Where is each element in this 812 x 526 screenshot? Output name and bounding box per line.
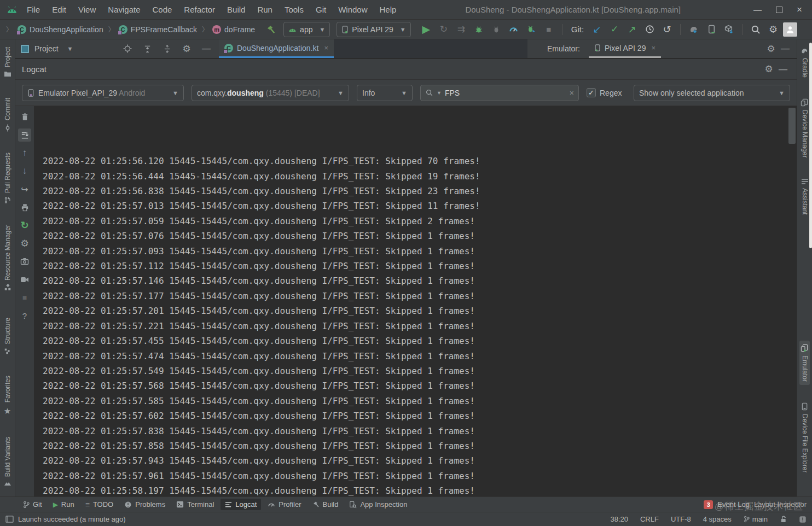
log-line[interactable]: 2022-08-22 01:25:57.858 15445-15445/com.… bbox=[43, 439, 797, 453]
logcat-settings-gear-icon[interactable]: ⚙ bbox=[18, 237, 31, 250]
editor-tab-dousheng-application[interactable]: C DouShengApplication.kt × bbox=[219, 39, 334, 58]
minimize-icon[interactable]: — bbox=[753, 5, 762, 14]
close-icon[interactable]: × bbox=[797, 4, 802, 15]
log-line[interactable]: 2022-08-22 01:25:57.961 15445-15445/com.… bbox=[43, 469, 797, 483]
restart-logcat-icon[interactable]: ↻ bbox=[18, 219, 31, 232]
logcat-app-filter-selector[interactable]: Show only selected application ▼ bbox=[634, 85, 790, 101]
breadcrumb-item[interactable]: m doFrame 〉 bbox=[211, 25, 256, 34]
settings-gear-icon[interactable]: ⚙ bbox=[765, 22, 781, 37]
sidebar-item-assistant[interactable]: Assistant bbox=[800, 175, 810, 218]
prev-occurrence-icon[interactable]: ↑ bbox=[18, 147, 31, 160]
menu-item[interactable]: Edit bbox=[46, 5, 72, 14]
log-line[interactable]: 2022-08-22 01:25:57.177 15445-15445/com.… bbox=[43, 289, 797, 303]
sidebar-item-gradle[interactable]: Gradle bbox=[799, 44, 810, 81]
print-icon[interactable] bbox=[18, 201, 31, 214]
logcat-search-input[interactable]: ▼ FPS × bbox=[420, 85, 579, 101]
profile-restart-button[interactable] bbox=[524, 22, 539, 37]
screen-record-icon[interactable] bbox=[18, 273, 31, 286]
gear-icon[interactable]: ⚙ bbox=[764, 42, 778, 56]
log-line[interactable]: 2022-08-22 01:25:57.585 15445-15445/com.… bbox=[43, 394, 797, 408]
sidebar-item-emulator[interactable]: Emulator bbox=[799, 341, 810, 385]
menu-item[interactable]: Refactor bbox=[178, 5, 221, 14]
help-icon[interactable]: ? bbox=[18, 309, 31, 322]
recent-changes-icon[interactable] bbox=[642, 22, 657, 37]
toolwindow-terminal[interactable]: Terminal bbox=[172, 499, 218, 510]
sidebar-item-project[interactable]: Project bbox=[3, 44, 13, 80]
menu-item[interactable]: View bbox=[72, 5, 102, 14]
sidebar-item-pull-requests[interactable]: Pull Requests bbox=[3, 149, 13, 207]
logcat-log-list[interactable]: 2022-08-22 01:25:56.120 15445-15445/com.… bbox=[34, 106, 797, 496]
search-everywhere-button[interactable] bbox=[748, 22, 763, 37]
log-line[interactable]: 2022-08-22 01:25:56.444 15445-15445/com.… bbox=[43, 169, 797, 184]
toolwindow-logcat[interactable]: Logcat bbox=[221, 499, 261, 510]
logcat-level-selector[interactable]: Info ▼ bbox=[357, 85, 413, 101]
lock-icon[interactable] bbox=[780, 515, 787, 523]
toolwindow-layout-inspector[interactable]: Layout Inspector bbox=[754, 500, 807, 509]
gear-icon[interactable]: ⚙ bbox=[762, 62, 776, 77]
device-selector[interactable]: Pixel API 29 ▼ bbox=[337, 22, 410, 37]
sidebar-item-device-file-explorer[interactable]: Device File Explorer bbox=[800, 399, 810, 476]
toolwindow-toggle-icon[interactable] bbox=[5, 516, 14, 523]
clear-logcat-icon[interactable] bbox=[18, 110, 31, 124]
hide-panel-icon[interactable]: — bbox=[778, 42, 792, 56]
toolwindow-app-inspection[interactable]: App Inspection bbox=[345, 499, 411, 510]
menu-item[interactable]: Navigate bbox=[102, 5, 146, 14]
log-line[interactable]: 2022-08-22 01:25:57.093 15445-15445/com.… bbox=[43, 244, 797, 259]
sidebar-item-device-manager[interactable]: Device Manager bbox=[799, 95, 810, 161]
toolwindow-build[interactable]: Build bbox=[308, 499, 343, 510]
log-line[interactable]: 2022-08-22 01:25:57.474 15445-15445/com.… bbox=[43, 349, 797, 364]
log-line[interactable]: 2022-08-22 01:25:57.838 15445-15445/com.… bbox=[43, 424, 797, 439]
caret-position[interactable]: 38:20 bbox=[610, 515, 628, 523]
log-line[interactable]: 2022-08-22 01:25:57.943 15445-15445/com.… bbox=[43, 453, 797, 468]
sidebar-item-structure[interactable]: Structure bbox=[3, 314, 13, 359]
notifications-icon[interactable] bbox=[799, 516, 807, 523]
build-hammer-icon[interactable] bbox=[266, 25, 276, 34]
hide-panel-icon[interactable]: — bbox=[199, 42, 213, 56]
close-icon[interactable]: × bbox=[324, 44, 328, 52]
menu-item[interactable]: Git bbox=[310, 5, 332, 14]
toolwindow-run[interactable]: ▶ Run bbox=[49, 499, 79, 510]
log-line[interactable]: 2022-08-22 01:25:57.146 15445-15445/com.… bbox=[43, 273, 797, 288]
next-occurrence-icon[interactable]: ↓ bbox=[18, 165, 31, 178]
project-panel-title[interactable]: Project bbox=[34, 44, 59, 53]
gradle-sync-button[interactable] bbox=[686, 22, 701, 37]
log-line[interactable]: 2022-08-22 01:25:58.197 15445-15445/com.… bbox=[43, 483, 797, 496]
maximize-icon[interactable] bbox=[776, 7, 782, 13]
log-line[interactable]: 2022-08-22 01:25:57.013 15445-15445/com.… bbox=[43, 198, 797, 213]
log-line[interactable]: 2022-08-22 01:25:57.201 15445-15445/com.… bbox=[43, 303, 797, 318]
locate-file-icon[interactable] bbox=[120, 42, 135, 56]
hide-panel-icon[interactable]: — bbox=[776, 62, 790, 77]
menu-item[interactable]: Code bbox=[146, 5, 178, 14]
profile-avatar[interactable] bbox=[783, 22, 797, 37]
collapse-all-icon[interactable] bbox=[160, 42, 174, 56]
menu-item[interactable]: Run bbox=[251, 5, 279, 14]
screenshot-camera-icon[interactable] bbox=[18, 255, 31, 268]
logcat-process-selector[interactable]: com.qxy.dousheng (15445) [DEAD] ▼ bbox=[192, 85, 349, 101]
sidebar-item-resource-manager[interactable]: Resource Manager bbox=[3, 221, 13, 295]
menu-item[interactable]: Window bbox=[332, 5, 373, 14]
toolwindow-problems[interactable]: Problems bbox=[120, 499, 170, 510]
log-line[interactable]: 2022-08-22 01:25:57.455 15445-15445/com.… bbox=[43, 334, 797, 348]
sidebar-item-favorites[interactable]: Favorites ★ bbox=[3, 372, 13, 419]
menu-item[interactable]: File bbox=[21, 5, 46, 14]
line-ending-indicator[interactable]: CRLF bbox=[640, 515, 659, 523]
debug-button[interactable] bbox=[471, 22, 486, 37]
log-line[interactable]: 2022-08-22 01:25:56.838 15445-15445/com.… bbox=[43, 184, 797, 198]
scrollbar-thumb[interactable] bbox=[788, 108, 796, 144]
scroll-to-end-icon[interactable] bbox=[18, 128, 31, 142]
toolwindow-git[interactable]: Git bbox=[19, 499, 47, 510]
close-icon[interactable]: × bbox=[651, 44, 656, 52]
toolwindow-todo[interactable]: ≡ TODO bbox=[81, 499, 118, 511]
log-line[interactable]: 2022-08-22 01:25:57.221 15445-15445/com.… bbox=[43, 319, 797, 334]
window-edge-scrollbar[interactable] bbox=[809, 43, 812, 248]
log-line[interactable]: 2022-08-22 01:25:57.059 15445-15445/com.… bbox=[43, 214, 797, 229]
toolwindow-event-log[interactable]: Event Log bbox=[717, 500, 750, 509]
attach-debugger-button[interactable] bbox=[489, 22, 504, 37]
sdk-manager-button[interactable] bbox=[721, 22, 736, 37]
breadcrumb-item[interactable]: C FPSFrameCallback 〉 bbox=[118, 25, 211, 34]
menu-item[interactable]: Tools bbox=[279, 5, 310, 14]
rollback-button[interactable]: ↺ bbox=[659, 22, 675, 37]
indent-indicator[interactable]: 4 spaces bbox=[703, 515, 732, 523]
log-line[interactable]: 2022-08-22 01:25:57.112 15445-15445/com.… bbox=[43, 259, 797, 273]
chevron-down-icon[interactable]: ▼ bbox=[67, 45, 73, 52]
